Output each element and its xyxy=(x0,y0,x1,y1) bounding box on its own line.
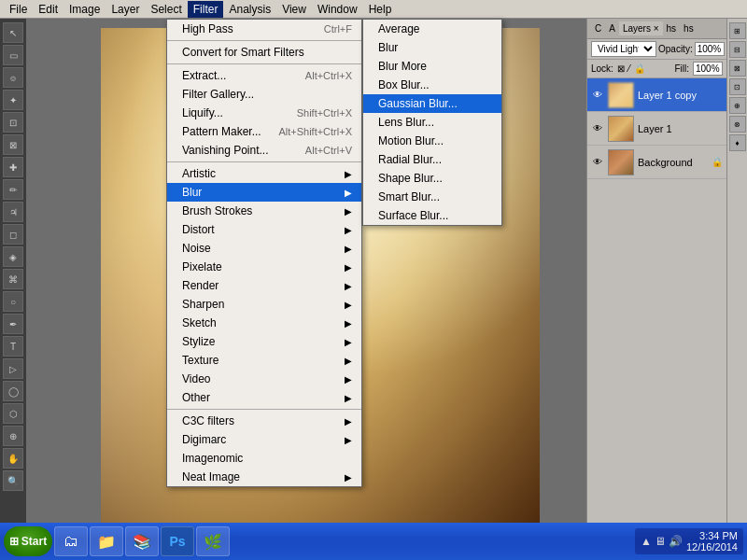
tab-hs2[interactable]: hs xyxy=(680,21,698,35)
menu-layer[interactable]: Layer xyxy=(106,1,145,18)
sys-icon-volume[interactable]: 🔊 xyxy=(669,535,683,548)
menu-edit[interactable]: Edit xyxy=(33,1,63,18)
filter-sketch[interactable]: Sketch ▶ xyxy=(167,314,361,332)
taskbar-app-library[interactable]: 📚 xyxy=(125,526,159,556)
rt-btn-2[interactable]: ⊟ xyxy=(729,41,746,58)
taskbar-app-photoshop[interactable]: Ps xyxy=(161,526,194,556)
filter-liquify[interactable]: Liquify... Shift+Ctrl+X xyxy=(167,104,361,122)
blur-gaussian[interactable]: Gaussian Blur... xyxy=(363,94,501,113)
tool-zoom[interactable]: 🔍 xyxy=(3,470,23,491)
tab-c[interactable]: C xyxy=(591,21,605,35)
filter-stylize[interactable]: Stylize ▶ xyxy=(167,332,361,351)
filter-sharpen[interactable]: Sharpen ▶ xyxy=(167,295,361,314)
filter-other[interactable]: Other ▶ xyxy=(167,388,361,407)
tool-slice[interactable]: ⊠ xyxy=(3,134,23,155)
layer-item-layer1-copy[interactable]: 👁 Layer 1 copy xyxy=(587,78,726,112)
layer-item-background[interactable]: 👁 Background 🔒 xyxy=(587,146,726,179)
tool-text[interactable]: T xyxy=(3,336,23,357)
filter-render[interactable]: Render ▶ xyxy=(167,276,361,295)
tab-a[interactable]: A xyxy=(605,21,619,35)
rt-btn-5[interactable]: ⊕ xyxy=(729,97,746,114)
sys-icon-arrow[interactable]: ▲ xyxy=(641,535,652,548)
tool-healing[interactable]: ✚ xyxy=(3,157,23,177)
tool-eyedropper[interactable]: ⊕ xyxy=(3,426,23,446)
filter-pixelate[interactable]: Pixelate ▶ xyxy=(167,258,361,276)
filter-neat-image[interactable]: Neat Image ▶ xyxy=(167,468,361,486)
blur-motion[interactable]: Motion Blur... xyxy=(363,132,501,150)
fill-input[interactable] xyxy=(693,62,723,76)
sys-icon-network[interactable]: 🖥 xyxy=(655,535,666,548)
filter-brush-strokes[interactable]: Brush Strokes ▶ xyxy=(167,202,361,220)
rt-btn-1[interactable]: ⊞ xyxy=(729,22,746,39)
blur-more[interactable]: Blur More xyxy=(363,57,501,76)
layer-visibility-background[interactable]: 👁 xyxy=(591,156,604,169)
blur-blur[interactable]: Blur xyxy=(363,38,501,57)
tool-pen[interactable]: ✒ xyxy=(3,314,23,334)
filter-texture[interactable]: Texture ▶ xyxy=(167,351,361,370)
tool-clone-stamp[interactable]: ♃ xyxy=(3,202,23,222)
tab-layers[interactable]: Layers × xyxy=(619,21,663,35)
filter-extract[interactable]: Extract... Alt+Ctrl+X xyxy=(167,66,361,85)
menu-filter[interactable]: Filter xyxy=(188,1,224,18)
rt-btn-6[interactable]: ⊗ xyxy=(729,116,746,133)
layer-visibility-layer1-copy[interactable]: 👁 xyxy=(591,89,604,102)
filter-imagenomic[interactable]: Imagenomic xyxy=(167,449,361,468)
blur-shape[interactable]: Shape Blur... xyxy=(363,169,501,188)
filter-pattern-maker[interactable]: Pattern Maker... Alt+Shift+Ctrl+X xyxy=(167,122,361,141)
blur-lens[interactable]: Lens Blur... xyxy=(363,113,501,132)
rt-btn-7[interactable]: ♦ xyxy=(729,134,746,151)
tool-magic-wand[interactable]: ✦ xyxy=(3,90,23,110)
rt-btn-4[interactable]: ⊡ xyxy=(729,78,746,95)
menu-view[interactable]: View xyxy=(276,1,312,18)
filter-c3c[interactable]: C3C filters ▶ xyxy=(167,412,361,430)
taskbar-app-folder[interactable]: 📁 xyxy=(90,526,123,556)
menu-window[interactable]: Window xyxy=(312,1,363,18)
tool-blur[interactable]: ⌘ xyxy=(3,269,23,289)
tool-path[interactable]: ▷ xyxy=(3,358,23,379)
blur-radial[interactable]: Radial Blur... xyxy=(363,150,501,169)
taskbar-app-filemanager[interactable]: 🗂 xyxy=(54,526,88,556)
blur-surface[interactable]: Surface Blur... xyxy=(363,206,501,225)
taskbar-app-other[interactable]: 🌿 xyxy=(196,526,230,556)
tool-marquee[interactable]: ▭ xyxy=(3,45,23,65)
opacity-input[interactable] xyxy=(695,42,725,56)
rt-btn-3[interactable]: ⊠ xyxy=(729,60,746,77)
blend-mode-select[interactable]: Vivid Light Normal Multiply Screen xyxy=(591,41,656,57)
lock-icon-position[interactable]: ∕ xyxy=(628,63,630,74)
filter-high-pass[interactable]: High Pass Ctrl+F xyxy=(167,20,361,38)
filter-gallery[interactable]: Filter Gallery... xyxy=(167,85,361,104)
filter-vanishing-point[interactable]: Vanishing Point... Alt+Ctrl+V xyxy=(167,141,361,160)
tool-crop[interactable]: ⊡ xyxy=(3,112,23,133)
tool-gradient[interactable]: ◈ xyxy=(3,246,23,267)
tool-hand[interactable]: ✋ xyxy=(3,448,23,469)
system-clock[interactable]: 3:34 PM 12/16/2014 xyxy=(686,530,738,553)
blur-box[interactable]: Box Blur... xyxy=(363,76,501,94)
menu-image[interactable]: Image xyxy=(63,1,106,18)
tool-brush[interactable]: ✏ xyxy=(3,179,23,200)
lock-icon-image[interactable]: ⊠ xyxy=(617,63,625,74)
menu-select[interactable]: Select xyxy=(145,1,187,18)
menu-analysis[interactable]: Analysis xyxy=(223,1,276,18)
filter-video[interactable]: Video ▶ xyxy=(167,370,361,388)
menu-file[interactable]: File xyxy=(4,1,33,18)
blur-smart[interactable]: Smart Blur... xyxy=(363,188,501,206)
filter-distort[interactable]: Distort ▶ xyxy=(167,220,361,239)
filter-noise[interactable]: Noise ▶ xyxy=(167,239,361,258)
menu-help[interactable]: Help xyxy=(363,1,398,18)
blur-average[interactable]: Average xyxy=(363,20,501,38)
tool-lasso[interactable]: ⌾ xyxy=(3,67,23,88)
tool-dodge[interactable]: ○ xyxy=(3,291,23,312)
tab-hs1[interactable]: hs xyxy=(663,21,681,35)
layer-item-layer1[interactable]: 👁 Layer 1 xyxy=(587,112,726,146)
filter-digimarc[interactable]: Digimarc ▶ xyxy=(167,430,361,449)
tool-move[interactable]: ↖ xyxy=(3,22,23,43)
tool-shape[interactable]: ◯ xyxy=(3,381,23,401)
filter-convert-smart[interactable]: Convert for Smart Filters xyxy=(167,43,361,62)
tool-3d[interactable]: ⬡ xyxy=(3,403,23,424)
layer-visibility-layer1[interactable]: 👁 xyxy=(591,122,604,135)
start-button[interactable]: ⊞ Start xyxy=(4,526,52,556)
tool-eraser[interactable]: ◻ xyxy=(3,224,23,245)
lock-icon-all[interactable]: 🔒 xyxy=(634,63,645,74)
filter-artistic[interactable]: Artistic ▶ xyxy=(167,164,361,183)
filter-blur[interactable]: Blur ▶ xyxy=(167,183,361,202)
